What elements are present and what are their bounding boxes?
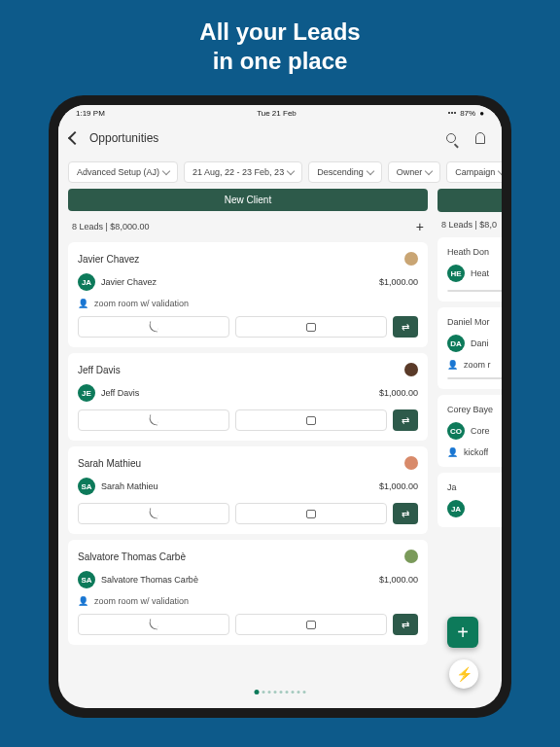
- lead-name: Salvatore Thomas Carbè: [78, 551, 186, 562]
- chat-icon: [306, 323, 316, 332]
- page-title: Opportunities: [89, 131, 432, 145]
- person-icon: 👤: [78, 596, 88, 606]
- lead-name: Jeff Davis: [78, 365, 121, 375]
- column-summary: 8 Leads | $8,000.00 +: [68, 217, 428, 236]
- lead-card[interactable]: Daniel Mor DADani 👤zoom r: [438, 307, 502, 389]
- contact-initials: SA: [78, 478, 95, 495]
- amount: $1,000.00: [379, 575, 418, 585]
- status-bar: 1:19 PM Tue 21 Feb 87% ●: [58, 105, 502, 121]
- avatar: [404, 550, 418, 563]
- call-button[interactable]: [447, 377, 502, 379]
- battery-icon: ●: [479, 109, 484, 118]
- back-button[interactable]: [68, 131, 82, 145]
- call-button[interactable]: [447, 290, 502, 292]
- avatar: [404, 363, 418, 376]
- avatar: [404, 252, 418, 266]
- call-button[interactable]: [78, 503, 229, 524]
- column-header[interactable]: New Client: [68, 189, 428, 211]
- kanban-board: New Client 8 Leads | $8,000.00 + Javier …: [58, 189, 502, 708]
- swap-icon: ⇄: [402, 322, 409, 333]
- chat-icon: [306, 416, 316, 425]
- search-icon: [446, 133, 456, 143]
- screen: 1:19 PM Tue 21 Feb 87% ● Opportunities A…: [58, 105, 502, 708]
- swap-icon: ⇄: [402, 415, 409, 426]
- chevron-down-icon: [366, 166, 373, 174]
- column-header[interactable]: [438, 189, 502, 212]
- filter-owner[interactable]: Owner: [388, 161, 441, 183]
- call-button[interactable]: [78, 409, 229, 431]
- add-lead-button[interactable]: +: [416, 219, 424, 234]
- lead-card[interactable]: Jeff Davis JEJeff Davis$1,000.00 ⇄: [68, 353, 428, 441]
- status-date: Tue 21 Feb: [257, 109, 297, 118]
- chevron-down-icon: [287, 166, 295, 174]
- contact-initials: SA: [78, 571, 95, 588]
- app-header: Opportunities: [58, 121, 502, 156]
- contact-initials: JE: [78, 384, 95, 402]
- chevron-down-icon: [498, 166, 502, 174]
- status-time: 1:19 PM: [76, 109, 105, 118]
- filter-bar: Advanced Setup (AJ) 21 Aug, 22 - 23 Feb,…: [58, 156, 502, 189]
- column-new-client: New Client 8 Leads | $8,000.00 + Javier …: [68, 189, 428, 698]
- lead-card[interactable]: Sarah Mathieu SASarah Mathieu$1,000.00 ⇄: [68, 446, 428, 534]
- quick-action-button[interactable]: ⚡: [449, 659, 478, 689]
- chevron-down-icon: [162, 166, 170, 174]
- person-icon: 👤: [447, 447, 458, 457]
- hero-banner: All your Leads in one place: [199, 0, 360, 95]
- task-row: 👤zoom room w/ validation: [78, 596, 418, 606]
- avatar: [404, 456, 418, 470]
- message-button[interactable]: [235, 614, 387, 635]
- message-button[interactable]: [235, 503, 387, 524]
- status-battery: 87%: [460, 109, 475, 118]
- lead-card[interactable]: Javier Chavez JAJavier Chavez$1,000.00 👤…: [68, 242, 428, 347]
- column-summary: 8 Leads | $8,0: [438, 218, 502, 231]
- phone-icon: [149, 415, 158, 425]
- hero-line-2: in one place: [199, 47, 360, 76]
- amount: $1,000.00: [379, 481, 418, 491]
- person-icon: 👤: [447, 360, 458, 370]
- swap-icon: ⇄: [402, 620, 409, 630]
- lead-card[interactable]: Heath Don HEHeat: [438, 237, 502, 302]
- lead-card[interactable]: Ja JA: [438, 473, 502, 527]
- amount: $1,000.00: [379, 388, 418, 398]
- message-button[interactable]: [235, 316, 387, 338]
- contact-name: Jeff Davis: [101, 388, 139, 398]
- chevron-down-icon: [425, 166, 433, 174]
- search-button[interactable]: [441, 128, 461, 148]
- hero-line-1: All your Leads: [199, 18, 360, 47]
- move-button[interactable]: ⇄: [393, 316, 418, 338]
- fab-add-button[interactable]: +: [447, 617, 478, 648]
- move-button[interactable]: ⇄: [393, 503, 418, 524]
- lead-card[interactable]: Salvatore Thomas Carbè SASalvatore Thoma…: [68, 540, 428, 645]
- filter-campaign[interactable]: Campaign: [446, 161, 502, 183]
- leads-summary: 8 Leads | $8,000.00: [72, 222, 149, 231]
- phone-icon: [149, 620, 158, 629]
- lead-name: Javier Chavez: [78, 254, 139, 265]
- phone-icon: [149, 322, 158, 332]
- tablet-frame: 1:19 PM Tue 21 Feb 87% ● Opportunities A…: [49, 95, 511, 718]
- contact-initials: JA: [78, 273, 95, 291]
- notifications-button[interactable]: [471, 128, 490, 148]
- page-indicator: [255, 690, 306, 694]
- contact-name: Sarah Mathieu: [101, 481, 158, 491]
- call-button[interactable]: [78, 316, 229, 338]
- contact-name: Salvatore Thomas Carbè: [101, 575, 198, 585]
- call-button[interactable]: [78, 614, 229, 635]
- move-button[interactable]: ⇄: [393, 614, 418, 635]
- person-icon: 👤: [78, 299, 88, 308]
- phone-icon: [149, 509, 158, 518]
- lead-name: Sarah Mathieu: [78, 458, 141, 469]
- chat-icon: [306, 510, 316, 518]
- amount: $1,000.00: [379, 277, 418, 287]
- contact-name: Javier Chavez: [101, 277, 157, 287]
- bolt-icon: ⚡: [456, 666, 472, 682]
- bell-icon: [475, 132, 485, 144]
- filter-date[interactable]: 21 Aug, 22 - 23 Feb, 23: [184, 161, 302, 183]
- lead-card[interactable]: Corey Baye COCore 👤kickoff: [438, 395, 502, 467]
- task-row: 👤zoom room w/ validation: [78, 299, 418, 308]
- message-button[interactable]: [235, 409, 387, 431]
- filter-setup[interactable]: Advanced Setup (AJ): [68, 161, 178, 183]
- swap-icon: ⇄: [402, 509, 409, 519]
- leads-summary: 8 Leads | $8,0: [441, 220, 497, 230]
- filter-sort[interactable]: Descending: [308, 161, 382, 183]
- move-button[interactable]: ⇄: [393, 409, 418, 431]
